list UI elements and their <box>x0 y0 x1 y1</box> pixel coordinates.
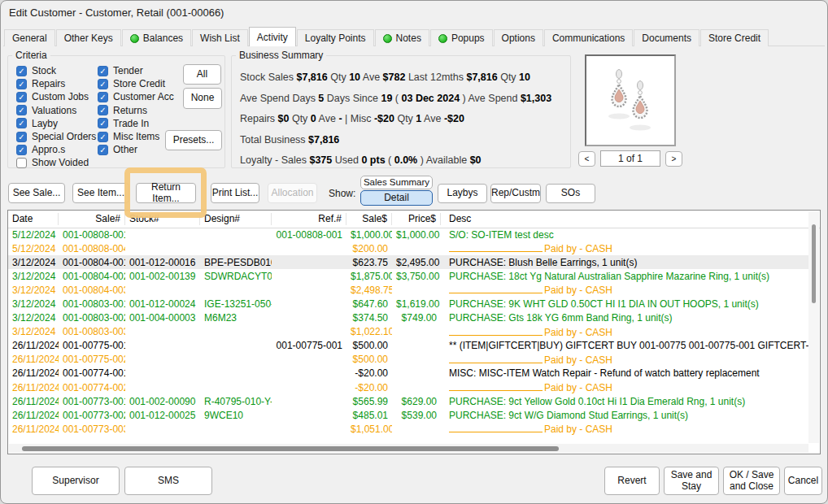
table-row[interactable]: 5/12/2024001-00808-001001-00808-001$1,00… <box>8 228 808 241</box>
checkbox-returns[interactable]: ✓Returns <box>98 104 174 117</box>
vertical-scrollbar[interactable] <box>808 211 819 443</box>
summary-line-5: Loyalty - Sales $375 Used 0 pts ( 0.0% )… <box>240 150 567 172</box>
checkbox-label: Valuations <box>32 105 76 116</box>
detail-button[interactable]: Detail <box>360 190 433 206</box>
photo-count: 1 of 1 <box>600 150 660 167</box>
paid-text: Paid by - CASH <box>544 382 612 393</box>
checkbox-label: Customer Acc <box>113 91 174 102</box>
horizontal-scrollbar[interactable] <box>9 444 808 453</box>
summary-value: 03 Dec 2024 <box>402 93 460 104</box>
checkbox-customer-acc[interactable]: ✓Customer Acc <box>98 90 174 103</box>
table-row[interactable]: 3/12/2024001-00804-003$2,498.75Paid by -… <box>8 283 808 297</box>
vertical-scrollbar-thumb[interactable] <box>812 224 816 303</box>
table-row[interactable]: 26/11/2024001-00775-001001-00775-001$500… <box>8 339 808 353</box>
cell-sale: 001-00773-002 <box>59 410 125 421</box>
checkbox-stock[interactable]: ✓Stock <box>16 64 96 77</box>
ok-save-and-close-button[interactable]: OK / Save and Close <box>723 467 780 495</box>
tab-communications[interactable]: Communications <box>544 29 633 46</box>
checkbox-show-voided[interactable]: Show Voided <box>16 156 96 169</box>
checkbox-special-orders[interactable]: ✓Special Orders <box>16 130 96 143</box>
tab-notes[interactable]: Notes <box>375 29 429 46</box>
column-header-sale[interactable]: Sale# <box>59 213 125 225</box>
table-row[interactable]: 26/11/2024001-00773-001001-002-00090R-40… <box>8 394 808 408</box>
table-row[interactable]: 26/11/2024001-00775-002$500.00Paid by - … <box>8 353 808 367</box>
supervisor-button[interactable]: Supervisor <box>32 467 120 495</box>
column-header-date[interactable]: Date <box>8 213 59 225</box>
column-header-sale[interactable]: Sale$ <box>346 213 392 225</box>
table-row[interactable]: 26/11/2024001-00774-001-$20.00MISC: MISC… <box>8 367 808 380</box>
table-row[interactable]: 3/12/2024001-00803-003$1,022.10Paid by -… <box>8 325 808 339</box>
sales-summary-button[interactable]: Sales Summary <box>360 176 433 189</box>
tab-loyalty-points[interactable]: Loyalty Points <box>297 29 374 46</box>
see-sale-button[interactable]: See Sale... <box>8 183 65 203</box>
photo-prev-button[interactable]: < <box>578 151 595 167</box>
column-header-desc[interactable]: Desc <box>441 213 820 225</box>
column-header-price[interactable]: Price$ <box>392 213 441 225</box>
cell-design: SDWRDACYT001 <box>200 271 272 282</box>
cell-date: 3/12/2024 <box>8 271 59 282</box>
rep-custm-button[interactable]: Rep/Custm <box>490 184 541 203</box>
table-row[interactable]: 26/11/2024001-00773-002001-012-000259WCE… <box>8 408 808 422</box>
checkbox-appro-s[interactable]: ✓Appro.s <box>16 143 96 156</box>
table-row[interactable]: 26/11/2024001-00774-002-$20.00Paid by - … <box>8 380 808 394</box>
tab-store-credit[interactable]: Store Credit <box>700 29 769 46</box>
sms-button[interactable]: SMS <box>124 467 212 495</box>
tab-other-keys[interactable]: Other Keys <box>56 29 121 46</box>
column-header-design[interactable]: Design# <box>200 213 272 225</box>
checkbox-layby[interactable]: ✓Layby <box>16 117 96 130</box>
cell-stock: 001-002-00090 <box>125 396 200 407</box>
cell-stock: 001-004-00003 <box>125 312 200 324</box>
cancel-button[interactable]: Cancel <box>784 467 822 495</box>
cell-sale: $374.50 <box>346 312 392 324</box>
summary-value: $7,816 <box>466 72 497 83</box>
table-row[interactable]: 3/12/2024001-00804-002001-002-00139SDWRD… <box>8 269 808 283</box>
paid-underline <box>449 423 543 432</box>
table-row[interactable]: 3/12/2024001-00803-001001-012-00024IGE-1… <box>8 297 808 311</box>
checkbox-misc-items[interactable]: ✓Misc Items <box>98 130 174 143</box>
presets-button[interactable]: Presets... <box>165 130 222 150</box>
tab-wish-list[interactable]: Wish List <box>192 29 248 46</box>
checkbox-store-credit[interactable]: ✓Store Credit <box>98 77 174 90</box>
cell-desc: Paid by - CASH <box>441 242 808 254</box>
table-row[interactable]: 3/12/2024001-00803-002001-004-00003M6M23… <box>8 311 808 325</box>
tab-documents[interactable]: Documents <box>634 29 699 46</box>
table-row[interactable]: 5/12/2024001-00808-004$200.00Paid by - C… <box>8 241 808 255</box>
cell-date: 5/12/2024 <box>8 229 59 241</box>
print-list-button[interactable]: Print List... <box>211 183 259 203</box>
cell-date: 26/11/2024 <box>8 396 59 407</box>
status-dot-icon <box>130 34 139 43</box>
checkbox-trade-in[interactable]: ✓Trade In <box>98 117 174 130</box>
cell-date: 26/11/2024 <box>8 424 59 435</box>
tab-balances[interactable]: Balances <box>122 29 191 46</box>
photo-next-button[interactable]: > <box>665 151 682 167</box>
save-and-stay-button[interactable]: Save and Stay <box>664 467 719 495</box>
checkbox-other[interactable]: ✓Other <box>98 143 174 156</box>
show-label: Show: <box>329 188 355 199</box>
checkbox-repairs[interactable]: ✓Repairs <box>16 77 96 90</box>
return-item-button[interactable]: Return Item... <box>136 183 196 203</box>
sos-button[interactable]: SOs <box>546 184 595 203</box>
summary-label: Stock Sales <box>240 72 296 83</box>
none-button[interactable]: None <box>183 88 222 109</box>
summary-value: 19 <box>381 93 392 104</box>
summary-value: $782 <box>383 72 406 83</box>
paid-underline <box>449 354 543 363</box>
tab-general[interactable]: General <box>4 29 55 46</box>
tab-activity[interactable]: Activity <box>249 27 296 46</box>
table-row[interactable]: 3/12/2024001-00804-001001-012-00016BPE-P… <box>8 255 808 269</box>
column-header-ref[interactable]: Ref.# <box>272 213 346 225</box>
checkbox-checked-icon: ✓ <box>98 105 108 115</box>
see-item-button[interactable]: See Item... <box>72 183 129 203</box>
revert-button[interactable]: Revert <box>604 467 660 495</box>
tab-popups[interactable]: Popups <box>430 29 493 46</box>
all-button[interactable]: All <box>183 64 221 85</box>
tab-options[interactable]: Options <box>494 29 543 46</box>
column-header-stock[interactable]: Stock# <box>125 213 200 225</box>
checkbox-valuations[interactable]: ✓Valuations <box>16 104 96 117</box>
checkbox-tender[interactable]: ✓Tender <box>98 64 174 77</box>
checkbox-custom-jobs[interactable]: ✓Custom Jobs <box>16 90 96 103</box>
summary-label: Qty <box>289 113 310 124</box>
laybys-button[interactable]: Laybys <box>438 184 487 203</box>
horizontal-scrollbar-thumb[interactable] <box>22 446 559 451</box>
table-row[interactable]: 26/11/2024001-00773-003$1,051.00Paid by … <box>8 422 808 436</box>
